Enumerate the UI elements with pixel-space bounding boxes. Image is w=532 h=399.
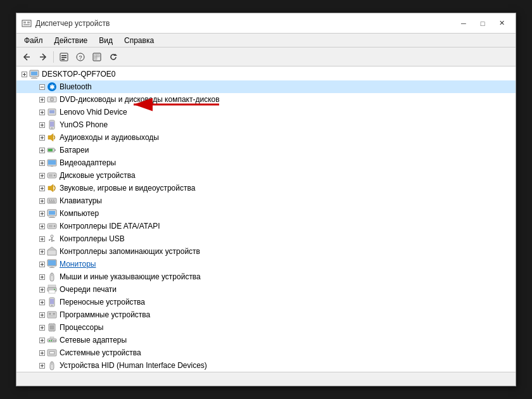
tree-item-keyboard[interactable]: Клавиатуры (16, 194, 516, 207)
keyboard-icon (47, 196, 57, 206)
computer-expand[interactable] (37, 208, 47, 218)
properties-button[interactable] (56, 49, 72, 65)
title-bar-left: Диспетчер устройств (22, 18, 110, 28)
storage-expand[interactable] (37, 246, 47, 256)
svg-rect-76 (51, 200, 52, 201)
keyboard-expand[interactable] (37, 196, 47, 206)
tree-root[interactable]: DESKTOP-QPF7OE0 (16, 68, 516, 80)
tree-item-ide[interactable]: Контроллеры IDE ATA/ATAPI (16, 220, 516, 232)
processors-label: Процессоры (60, 323, 104, 332)
tree-item-usb[interactable]: Контроллеры USB (16, 232, 516, 245)
software-expand[interactable] (37, 310, 47, 320)
print-expand[interactable] (37, 284, 47, 294)
svg-rect-85 (50, 216, 54, 217)
svg-rect-66 (49, 174, 53, 177)
audio-label: Аудиовходы и аудиовыходы (60, 133, 159, 142)
svg-rect-157 (50, 337, 54, 339)
forward-button[interactable] (35, 49, 51, 65)
system-expand[interactable] (37, 348, 47, 358)
tree-item-network[interactable]: Сетевые адаптеры (16, 334, 516, 346)
title-buttons: ─ □ ✕ (455, 17, 510, 30)
close-button[interactable]: ✕ (493, 17, 510, 30)
ide-expand[interactable] (37, 221, 47, 231)
tree-item-lenovo[interactable]: Lenovo Vhid Device (16, 106, 516, 118)
video-expand[interactable] (37, 158, 47, 168)
network-expand[interactable] (37, 335, 47, 345)
yunos-expand[interactable] (37, 120, 47, 130)
usb-icon (47, 234, 57, 244)
tree-item-video[interactable]: Видеоадаптеры (16, 156, 516, 169)
svg-rect-60 (51, 166, 53, 167)
tree-item-bluetooth[interactable]: ✱ Bluetooth (16, 80, 516, 93)
menu-view[interactable]: Вид (94, 34, 118, 47)
disk-expand[interactable] (37, 170, 47, 180)
audio-expand[interactable] (37, 132, 47, 142)
monitors-expand[interactable] (37, 259, 47, 269)
back-button[interactable] (19, 49, 34, 65)
tree-item-dvd[interactable]: DVD-дисководы и дисководы компакт-дисков (16, 93, 516, 106)
svg-rect-2 (27, 22, 30, 23)
svg-rect-59 (48, 160, 56, 165)
video-label: Видеоадаптеры (60, 158, 116, 167)
svg-rect-54 (48, 149, 53, 151)
tree-item-yunos[interactable]: YunOS Phone (16, 118, 516, 131)
tree-item-system[interactable]: Системные устройства (16, 346, 516, 359)
tree-item-mice[interactable]: Мыши и иные указывающие устройства (16, 270, 516, 283)
hid-label: Устройства HID (Human Interface Devices) (60, 361, 207, 370)
bluetooth-label: Bluetooth (60, 82, 92, 91)
minimize-button[interactable]: ─ (455, 17, 472, 30)
dvd-expand[interactable] (37, 94, 47, 104)
svg-rect-92 (49, 225, 53, 227)
svg-rect-78 (54, 200, 55, 201)
scan-button[interactable] (89, 49, 104, 65)
tree-item-print[interactable]: Очереди печати (16, 283, 516, 296)
battery-label: Батареи (60, 146, 89, 155)
menu-bar: Файл Действие Вид Справка (16, 34, 516, 48)
svg-rect-7 (61, 55, 66, 56)
tree-item-computer[interactable]: Компьютер (16, 207, 516, 220)
sound-expand[interactable] (37, 183, 47, 193)
svg-rect-15 (94, 57, 97, 60)
bluetooth-expand[interactable] (37, 82, 47, 92)
processors-expand[interactable] (37, 322, 47, 332)
tree-item-sound[interactable]: Звуковые, игровые и видеоустройства (16, 182, 516, 194)
tree-item-hid[interactable]: Устройства HID (Human Interface Devices) (16, 359, 516, 372)
lenovo-expand[interactable] (37, 107, 47, 117)
root-expand[interactable] (19, 69, 29, 79)
menu-help[interactable]: Справка (119, 34, 159, 47)
sound-icon (47, 183, 57, 193)
tree-item-audio[interactable]: Аудиовходы и аудиовыходы (16, 131, 516, 144)
svg-rect-121 (48, 285, 56, 288)
mice-label: Мыши и иные указывающие устройства (60, 272, 201, 281)
refresh-button[interactable] (106, 49, 121, 65)
portable-icon (47, 297, 57, 307)
tree-item-processors[interactable]: Процессоры (16, 321, 516, 334)
tree-item-disk[interactable]: Дисковые устройства (16, 169, 516, 182)
svg-marker-106 (48, 247, 56, 250)
svg-rect-156 (54, 340, 56, 341)
svg-rect-79 (49, 201, 55, 203)
tree-item-portable[interactable]: Переносные устройства (16, 296, 516, 308)
svg-rect-142 (50, 326, 54, 329)
menu-file[interactable]: Файл (19, 34, 48, 47)
svg-rect-154 (51, 340, 52, 341)
svg-point-33 (51, 99, 53, 100)
video-icon (47, 158, 57, 168)
maximize-button[interactable]: □ (474, 17, 491, 30)
usb-expand[interactable] (37, 234, 47, 244)
tree-view[interactable]: DESKTOP-QPF7OE0 ✱ Bluetooth (16, 66, 516, 372)
svg-rect-155 (53, 340, 54, 341)
help-button[interactable]: ? (73, 49, 88, 65)
mice-expand[interactable] (37, 272, 47, 282)
tree-item-storage[interactable]: Контроллеры запоминающих устройств (16, 245, 516, 258)
portable-expand[interactable] (37, 297, 47, 307)
svg-rect-14 (97, 54, 99, 57)
battery-expand[interactable] (37, 145, 47, 155)
menu-action[interactable]: Действие (49, 34, 93, 47)
hid-expand[interactable] (37, 360, 47, 370)
mouse-icon (47, 272, 57, 282)
tree-item-software[interactable]: Программные устройства (16, 308, 516, 321)
print-label: Очереди печати (60, 285, 117, 294)
tree-item-battery[interactable]: Батареи (16, 144, 516, 156)
tree-item-monitors[interactable]: Мониторы (16, 258, 516, 270)
